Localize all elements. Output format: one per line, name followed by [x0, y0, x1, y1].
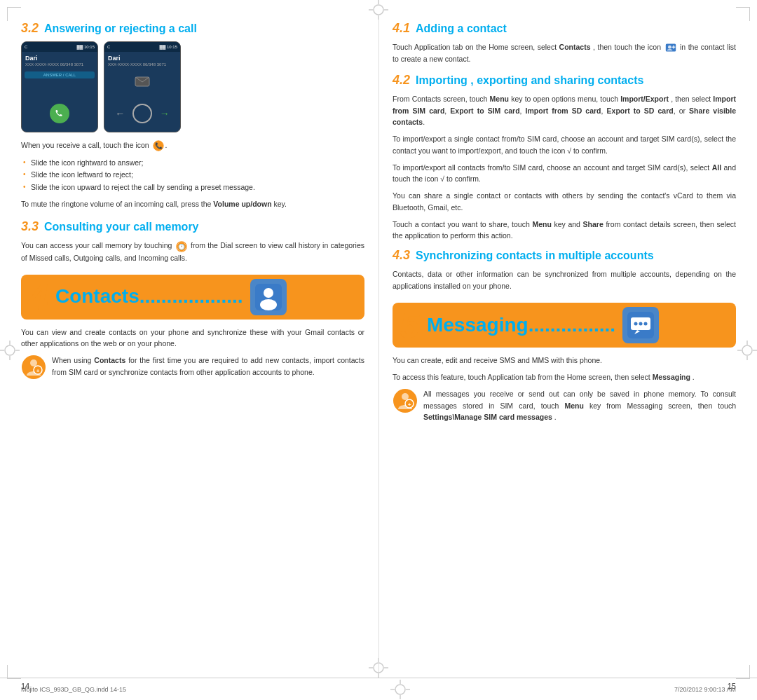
left-column: 3.2 Answering or rejecting a call C ▓▓ 1… — [21, 14, 364, 672]
section-4-1-header: 4.1 Adding a contact — [393, 21, 736, 36]
section-4-1-num: 4.1 — [393, 21, 410, 36]
chapter-4-title: Contacts................... — [55, 286, 243, 308]
phone-carrier-2: C — [107, 45, 110, 49]
section-3-2-intro-text: When you receive a call, touch the icon … — [21, 139, 364, 151]
chapter-4-info-box: + When using Contacts for the first time… — [21, 355, 364, 380]
crosshair-right — [737, 341, 757, 360]
chapter-5-title: Messaging................ — [427, 315, 615, 336]
chapter-5-num: 5 — [400, 307, 420, 343]
section-3-2-title: Answering or rejecting a call — [44, 22, 197, 35]
footer: Mojito ICS_993D_GB_QG.indd 14-15 7/20/20… — [0, 678, 757, 700]
section-4-2-header: 4.2 Importing , exporting and sharing co… — [393, 73, 736, 88]
phone-answer-btn — [50, 104, 69, 123]
svg-point-42 — [639, 322, 643, 325]
svg-text:+: + — [36, 368, 40, 374]
svg-point-0 — [374, 5, 383, 15]
phone-screen-2: C ▓▓ 10:15 Dari XXX-XXXX-XXXX 06/348 307… — [104, 41, 181, 132]
svg-point-48 — [395, 685, 405, 694]
svg-point-41 — [634, 322, 638, 325]
bullet-1: Slide the icon rightward to answer; — [21, 157, 364, 168]
crosshair-footer-center — [390, 680, 410, 699]
messaging-icon — [627, 312, 654, 338]
phone-screenshots: C ▓▓ 10:15 Dari XXX-XXXX-XXXX 06/348 307… — [21, 41, 364, 132]
chapter-4-num: 4 — [28, 279, 48, 315]
section-4-2-para1: From Contacts screen, touch Menu key to … — [393, 93, 736, 128]
phone-status-bar-1: C ▓▓ 10:15 — [22, 42, 97, 52]
svg-point-36 — [668, 46, 671, 49]
svg-point-29 — [264, 288, 273, 298]
phone-time-1: ▓▓ 10:15 — [77, 45, 95, 49]
phone-contact-num-2: XXX-XXXX-XXXX 06/348 3071 — [108, 62, 177, 67]
section-4-3-title: Synchronizing contacts in multiple accou… — [416, 249, 654, 262]
section-3-3-title: Consulting your call memory — [44, 221, 198, 233]
phone-time-2: ▓▓ 10:15 — [160, 45, 177, 49]
chapter-5-access: To access this feature, touch Applicatio… — [393, 371, 736, 383]
phone-contact-info-1: Dari XXX-XXXX-XXXX 06/348 3071 — [22, 52, 97, 69]
section-3-3-text: You can access your call memory by touch… — [21, 240, 364, 263]
chapter-4-intro: You can view and create contacts on your… — [21, 327, 364, 350]
section-4-2-title: Importing , exporting and sharing contac… — [416, 74, 643, 87]
right-column: 4.1 Adding a contact Touch Application t… — [393, 14, 736, 672]
phone-action-bar-1: ANSWER / CALL — [25, 71, 95, 78]
phone-circle-empty — [132, 104, 152, 123]
crosshair-left — [0, 341, 20, 360]
section-4-2-num: 4.2 — [393, 73, 410, 88]
section-4-3-num: 4.3 — [393, 248, 410, 263]
svg-text:+: + — [408, 402, 411, 408]
section-4-1-title: Adding a contact — [416, 22, 507, 35]
page-container: 3.2 Answering or rejecting a call C ▓▓ 1… — [0, 0, 757, 700]
section-4-3-text: Contacts, data or other information can … — [393, 268, 736, 291]
svg-point-30 — [260, 299, 277, 310]
phone-button-area-2: ← → — [104, 104, 180, 123]
phone-screen-1: C ▓▓ 10:15 Dari XXX-XXXX-XXXX 06/348 307… — [21, 41, 98, 132]
info-icon-contacts: + — [21, 355, 46, 380]
footer-left: Mojito ICS_993D_GB_QG.indd 14-15 — [21, 686, 126, 693]
bullet-2: Slide the icon leftward to reject; — [21, 169, 364, 180]
phone-contact-num-1: XXX-XXXX-XXXX 06/348 3071 — [25, 62, 94, 67]
svg-point-10 — [5, 345, 15, 355]
section-3-2-bullets: Slide the icon rightward to answer; Slid… — [21, 157, 364, 193]
corner-mark-br — [736, 665, 750, 679]
phone-contact-name-2: Dari — [108, 55, 177, 62]
chapter-5-intro: You can create, edit and receive SMS and… — [393, 355, 736, 366]
section-4-2-para2: To import/export a single contact from/t… — [393, 133, 736, 156]
contacts-icon — [255, 284, 282, 310]
clock-icon: 🕐 — [176, 241, 187, 252]
chapter-5-banner: 5 Messaging................ — [393, 303, 736, 348]
section-3-2-num: 3.2 — [21, 21, 39, 36]
phone-carrier-1: C — [25, 45, 27, 49]
phone-contact-info-2: Dari XXX-XXXX-XXXX 06/348 3071 — [104, 52, 180, 69]
section-4-3-header: 4.3 Synchronizing contacts in multiple a… — [393, 248, 736, 263]
add-contact-icon — [665, 42, 676, 53]
corner-mark-tr — [736, 7, 750, 21]
section-4-2-para5: Touch a contact you want to share, touch… — [393, 219, 736, 242]
section-3-3-header: 3.3 Consulting your call memory — [21, 219, 364, 234]
chapter-5-info-text: All messages you receive or send out can… — [423, 388, 736, 423]
chapter-4-info-text: When using Contacts for the first time y… — [52, 355, 364, 378]
chapter-4-banner: 4 Contacts................... — [21, 275, 364, 320]
chapter-5-info-box: + All messages you receive or send out c… — [393, 388, 736, 423]
svg-point-43 — [644, 322, 648, 325]
svg-point-45 — [402, 393, 409, 400]
section-4-2-para4: You can share a single contact or contac… — [393, 190, 736, 213]
corner-mark-bl — [7, 665, 21, 679]
section-3-2-mute-text: To mute the ringtone volume of an incomi… — [21, 198, 364, 210]
messaging-icon-box — [622, 307, 659, 343]
svg-text:📞: 📞 — [154, 142, 162, 150]
section-4-2-para3: To import/export all contacts from/to SI… — [393, 162, 736, 185]
phone-left-arrow: ← — [115, 108, 125, 119]
phone-msg-icon — [104, 76, 180, 90]
svg-point-15 — [742, 345, 752, 355]
section-3-2-header: 3.2 Answering or rejecting a call — [21, 21, 364, 36]
footer-right: 7/20/2012 9:00:13 AM — [674, 686, 736, 693]
section-4-1-text: Touch Application tab on the Home screen… — [393, 41, 736, 64]
phone-right-arrow: → — [160, 108, 170, 119]
contacts-icon-box — [250, 279, 287, 315]
phone-status-bar-2: C ▓▓ 10:15 — [104, 42, 180, 52]
svg-point-32 — [30, 359, 37, 366]
phone-button-area-1 — [22, 104, 97, 123]
svg-text:🕐: 🕐 — [178, 243, 185, 250]
phone-contact-name-1: Dari — [25, 55, 94, 62]
section-3-3-num: 3.3 — [21, 219, 39, 234]
phone-call-icon: 📞 — [153, 140, 164, 151]
